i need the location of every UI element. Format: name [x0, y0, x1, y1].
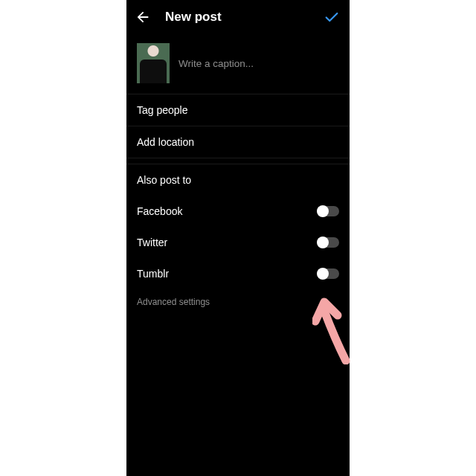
share-target-twitter[interactable]: Twitter — [126, 227, 350, 258]
header-bar: New post — [126, 0, 350, 34]
caption-row[interactable]: Write a caption... — [126, 34, 350, 94]
check-icon — [322, 9, 341, 25]
done-button[interactable] — [321, 8, 342, 26]
advanced-settings-link[interactable]: Advanced settings — [126, 289, 350, 315]
post-thumbnail[interactable] — [137, 43, 170, 83]
also-post-to-label: Also post to — [126, 164, 350, 196]
toggle-facebook[interactable] — [317, 206, 339, 216]
back-button[interactable] — [134, 8, 152, 26]
caption-input[interactable]: Write a caption... — [178, 58, 254, 69]
page-title: New post — [165, 10, 321, 25]
phone-screen: New post Write a caption... Tag people A… — [126, 0, 350, 476]
share-label: Twitter — [137, 237, 167, 248]
share-label: Facebook — [137, 205, 182, 217]
toggle-twitter[interactable] — [317, 237, 339, 248]
add-location-row[interactable]: Add location — [126, 126, 350, 158]
toggle-tumblr[interactable] — [317, 268, 339, 279]
section-divider — [126, 158, 350, 164]
tag-people-row[interactable]: Tag people — [126, 94, 350, 126]
share-label: Tumblr — [137, 268, 169, 280]
share-target-facebook[interactable]: Facebook — [126, 196, 350, 227]
arrow-left-icon — [135, 9, 151, 25]
share-target-tumblr[interactable]: Tumblr — [126, 258, 350, 289]
